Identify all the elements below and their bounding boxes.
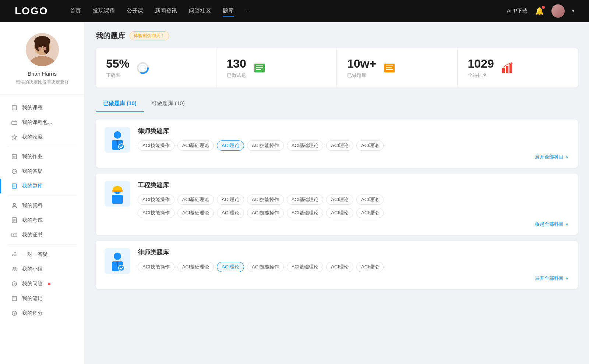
tag-1-8[interactable]: ACI基础理论 — [177, 208, 214, 218]
subject-card-0: 律师类题库 ACI技能操作 ACI基础理论 ACI理论 ACI技能操作 ACI基… — [96, 119, 578, 168]
sidebar-item-tutor[interactable]: 一对一答疑 — [0, 247, 84, 262]
tag-1-1[interactable]: ACI基础理论 — [177, 195, 214, 205]
tag-1-6[interactable]: ACI理论 — [356, 195, 384, 205]
header-right: APP下载 🔔 ▾ — [507, 4, 574, 18]
nav-question-bank[interactable]: 题库 — [223, 6, 234, 17]
sidebar-item-profile[interactable]: 我的资料 — [0, 198, 84, 213]
stat-card-rank: 1029 全站排名 — [458, 48, 578, 88]
svg-text:?: ? — [14, 170, 16, 174]
svg-point-31 — [14, 253, 16, 254]
tag-2-4[interactable]: ACI基础理论 — [287, 262, 324, 272]
nav-home[interactable]: 首页 — [70, 6, 81, 17]
svg-point-7 — [43, 47, 46, 50]
sidebar-item-myqa[interactable]: ? 我的问答 — [0, 276, 84, 291]
tag-0-6[interactable]: ACI理论 — [356, 140, 384, 151]
page-header: 我的题库 体验剩余23天！ — [96, 31, 578, 41]
divider-3 — [7, 245, 77, 245]
sidebar-item-exam[interactable]: 我的考试 — [0, 213, 84, 228]
myqa-icon: ? — [11, 281, 18, 287]
sidebar-label-course: 我的课程 — [22, 104, 43, 111]
sidebar: Brian Harris 错误的决定比没有决定要好 我的课程 我的课程包... — [0, 22, 85, 364]
sidebar-label-points: 我的积分 — [22, 310, 43, 317]
tag-2-5[interactable]: ACI理论 — [326, 262, 353, 272]
tag-1-3[interactable]: ACI技能操作 — [247, 195, 284, 205]
logo: LOGO — [15, 5, 48, 17]
tag-1-12[interactable]: ACI理论 — [326, 208, 353, 218]
tag-0-4[interactable]: ACI基础理论 — [287, 140, 324, 151]
svg-rect-53 — [506, 66, 508, 73]
tag-1-11[interactable]: ACI基础理论 — [287, 208, 324, 218]
notification-bell[interactable]: 🔔 — [535, 7, 544, 15]
nav-opencourse[interactable]: 公开课 — [127, 6, 143, 17]
page-title: 我的题库 — [96, 31, 125, 41]
subject-title-1: 工程类题库 — [138, 181, 569, 189]
subject-icon-lawyer-0 — [105, 127, 130, 153]
stat-value-done-banks: 10w+ — [347, 57, 376, 71]
sidebar-item-homework[interactable]: 我的作业 — [0, 149, 84, 164]
sidebar-item-points[interactable]: 积 我的积分 — [0, 306, 84, 321]
subject-expand-2[interactable]: 展开全部科目 ∨ — [138, 275, 569, 282]
sidebar-item-favorites[interactable]: 我的收藏 — [0, 130, 84, 144]
nav-news[interactable]: 新闻资讯 — [155, 6, 177, 17]
nav-more[interactable]: ··· — [246, 6, 250, 17]
rank-icon — [500, 61, 515, 75]
subject-icon-lawyer-2 — [105, 248, 130, 274]
layout: Brian Harris 错误的决定比没有决定要好 我的课程 我的课程包... — [0, 22, 589, 364]
svg-rect-50 — [386, 67, 392, 68]
sidebar-item-coursepack[interactable]: 我的课程包... — [0, 115, 84, 130]
nav-discover[interactable]: 发现课程 — [93, 6, 115, 17]
main-nav: 首页 发现课程 公开课 新闻资讯 问答社区 题库 ··· — [70, 6, 507, 17]
user-avatar[interactable] — [551, 4, 565, 18]
tag-1-9[interactable]: ACI理论 — [217, 208, 244, 218]
tag-1-2[interactable]: ACI理论 — [217, 195, 244, 205]
tag-2-3[interactable]: ACI技能操作 — [247, 262, 284, 272]
sidebar-label-myqa: 我的问答 — [22, 281, 43, 287]
tag-2-2[interactable]: ACI理论 — [217, 262, 244, 272]
tag-1-7[interactable]: ACI技能操作 — [138, 208, 174, 218]
sidebar-item-notes[interactable]: 我的笔记 — [0, 291, 84, 306]
stat-card-done-banks: 10w+ 已做题库 — [337, 48, 458, 88]
tab-available[interactable]: 可做题库 (10) — [144, 96, 192, 111]
coursepack-icon — [11, 119, 18, 126]
tag-2-6[interactable]: ACI理论 — [356, 262, 384, 272]
sidebar-item-answers[interactable]: ? 我的答疑 — [0, 164, 84, 179]
tag-1-13[interactable]: ACI理论 — [356, 208, 384, 218]
stat-label-done-questions: 已做试题 — [227, 72, 246, 79]
sidebar-item-certificate[interactable]: 我的证书 — [0, 228, 84, 242]
nav-qa[interactable]: 问答社区 — [189, 6, 211, 17]
tag-0-0[interactable]: ACI技能操作 — [138, 140, 174, 151]
tab-done[interactable]: 已做题库 (10) — [96, 96, 144, 111]
tag-0-5[interactable]: ACI理论 — [326, 140, 353, 151]
tag-2-1[interactable]: ACI基础理论 — [177, 262, 214, 272]
main-content: 我的题库 体验剩余23天！ 55% 正确率 — [85, 22, 589, 364]
homework-icon — [11, 153, 18, 160]
tag-0-3[interactable]: ACI技能操作 — [247, 140, 284, 151]
svg-point-33 — [15, 267, 16, 269]
subject-tags-2: ACI技能操作 ACI基础理论 ACI理论 ACI技能操作 ACI基础理论 AC… — [138, 262, 569, 272]
stat-label-done-banks: 已做题库 — [347, 72, 376, 79]
tag-0-1[interactable]: ACI基础理论 — [177, 140, 214, 151]
app-download-link[interactable]: APP下载 — [507, 8, 528, 14]
subject-tags-0: ACI技能操作 ACI基础理论 ACI理论 ACI技能操作 ACI基础理论 AC… — [138, 140, 569, 151]
tag-1-4[interactable]: ACI基础理论 — [287, 195, 324, 205]
svg-rect-11 — [12, 121, 17, 125]
stat-card-accuracy: 55% 正确率 — [96, 48, 216, 88]
sidebar-item-group[interactable]: 我的小组 — [0, 262, 84, 276]
sidebar-item-questionbank[interactable]: 我的题库 — [0, 179, 84, 193]
tag-1-10[interactable]: ACI技能操作 — [247, 208, 284, 218]
tag-0-2[interactable]: ACI理论 — [217, 140, 244, 151]
notes-icon — [11, 295, 18, 302]
svg-rect-62 — [112, 195, 123, 204]
tag-2-0[interactable]: ACI技能操作 — [138, 262, 174, 272]
stat-value-accuracy: 55% — [106, 57, 130, 71]
subject-expand-0[interactable]: 展开全部科目 ∨ — [138, 154, 569, 160]
tutor-icon — [11, 251, 18, 258]
user-dropdown-arrow[interactable]: ▾ — [572, 8, 574, 14]
subject-collapse-1[interactable]: 收起全部科目 ∧ — [138, 221, 569, 228]
tag-1-0[interactable]: ACI技能操作 — [138, 195, 174, 205]
sidebar-label-profile: 我的资料 — [22, 202, 43, 209]
sidebar-item-course[interactable]: 我的课程 — [0, 100, 84, 115]
tag-1-5[interactable]: ACI理论 — [326, 195, 353, 205]
svg-text:积: 积 — [14, 312, 17, 315]
questionbank-icon — [11, 183, 18, 189]
